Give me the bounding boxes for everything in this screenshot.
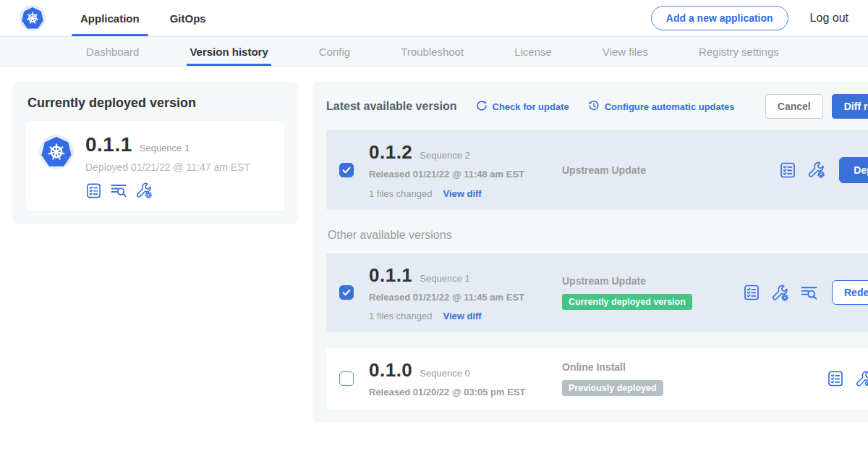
subnav-label: Version history bbox=[190, 46, 268, 58]
currently-deployed-title: Currently deployed version bbox=[27, 96, 284, 111]
other-versions-title: Other available versions bbox=[328, 229, 868, 242]
version-number: 0.1.1 bbox=[369, 264, 412, 287]
subnav-label: Dashboard bbox=[86, 46, 139, 58]
available-versions-header: Latest available version Check for updat… bbox=[326, 94, 868, 119]
source-label: Upstream Update bbox=[562, 164, 743, 176]
view-diff-link[interactable]: View diff bbox=[443, 188, 481, 199]
configure-automatic-updates-link[interactable]: Configure automatic updates bbox=[587, 99, 735, 114]
view-diff-link[interactable]: View diff bbox=[443, 311, 481, 321]
check-for-update-link[interactable]: Check for update bbox=[475, 99, 569, 114]
version-source: Upstream Update bbox=[562, 164, 743, 176]
source-label: Upstream Update bbox=[562, 275, 743, 287]
released-timestamp: Released 01/21/22 @ 11:48 am EST bbox=[369, 168, 527, 181]
version-number: 0.1.0 bbox=[369, 359, 412, 382]
app-sub-nav: Dashboard Version history Config Trouble… bbox=[0, 36, 868, 67]
redeploy-button[interactable]: Redeploy bbox=[832, 280, 868, 305]
preflight-checklist-icon[interactable] bbox=[743, 284, 760, 301]
subnav-item-version-history[interactable]: Version history bbox=[187, 37, 271, 66]
currently-deployed-panel: Currently deployed version bbox=[12, 82, 298, 224]
edit-config-icon[interactable] bbox=[771, 284, 789, 302]
check-for-update-label: Check for update bbox=[493, 101, 569, 112]
version-card-0-1-1: 0.1.1 Sequence 1 Released 01/21/22 @ 11:… bbox=[326, 253, 868, 333]
available-versions-panel: Latest available version Check for updat… bbox=[312, 82, 868, 422]
version-actions: Redeploy bbox=[743, 280, 868, 305]
version-sequence: Sequence 0 bbox=[420, 368, 469, 379]
tab-application-label: Application bbox=[80, 12, 140, 25]
subnav-label: License bbox=[514, 46, 552, 58]
tab-application[interactable]: Application bbox=[72, 0, 148, 36]
deployed-version-number: 0.1.1 bbox=[85, 133, 132, 156]
latest-available-title: Latest available version bbox=[326, 100, 457, 113]
subnav-label: View files bbox=[603, 46, 648, 58]
subnav-label: Registry settings bbox=[699, 46, 779, 58]
top-nav: Application GitOps Add a new application… bbox=[0, 0, 868, 36]
files-changed-label: 1 files changed bbox=[369, 311, 432, 321]
preflight-checklist-icon[interactable] bbox=[779, 161, 796, 179]
subnav-item-dashboard[interactable]: Dashboard bbox=[83, 37, 142, 66]
version-card-0-1-0: 0.1.0 Sequence 0 Released 01/20/22 @ 03:… bbox=[326, 348, 868, 410]
released-timestamp: Released 01/20/22 @ 03:05 pm EST bbox=[369, 386, 527, 399]
currently-deployed-badge: Currently deployed version bbox=[562, 294, 692, 310]
files-changed-label: 1 files changed bbox=[369, 188, 432, 199]
refresh-icon bbox=[475, 99, 488, 114]
release-notes-search-icon[interactable] bbox=[110, 182, 127, 199]
release-notes-search-icon[interactable] bbox=[800, 284, 818, 302]
subnav-item-troubleshoot[interactable]: Troubleshoot bbox=[398, 37, 467, 66]
subnav-label: Troubleshoot bbox=[401, 46, 464, 58]
edit-config-icon[interactable] bbox=[135, 182, 153, 199]
main-content: Currently deployed version bbox=[0, 67, 868, 422]
version-actions: Deploy bbox=[779, 157, 868, 183]
version-actions bbox=[827, 370, 868, 388]
preflight-checklist-icon[interactable] bbox=[85, 182, 102, 199]
kubernetes-logo-icon bbox=[20, 5, 46, 31]
deploy-button[interactable]: Deploy bbox=[839, 157, 868, 183]
logout-link[interactable]: Log out bbox=[810, 12, 848, 25]
subnav-item-config[interactable]: Config bbox=[316, 37, 353, 66]
version-source: Online Install Previously deployed bbox=[562, 361, 743, 396]
subnav-item-registry-settings[interactable]: Registry settings bbox=[696, 37, 782, 66]
subnav-item-license[interactable]: License bbox=[511, 37, 555, 66]
tab-gitops[interactable]: GitOps bbox=[161, 0, 215, 36]
deployed-version-details: 0.1.1 Sequence 1 Deployed 01/21/22 @ 11:… bbox=[85, 133, 250, 199]
version-checkbox[interactable] bbox=[339, 371, 354, 386]
cancel-button[interactable]: Cancel bbox=[765, 94, 823, 119]
deployed-sequence: Sequence 1 bbox=[140, 143, 190, 153]
version-checkbox[interactable] bbox=[339, 285, 354, 300]
subnav-label: Config bbox=[319, 46, 350, 58]
version-source: Upstream Update Currently deployed versi… bbox=[562, 275, 743, 310]
version-info: 0.1.1 Sequence 1 Released 01/21/22 @ 11:… bbox=[369, 264, 540, 322]
version-info: 0.1.2 Sequence 2 Released 01/21/22 @ 11:… bbox=[369, 141, 540, 199]
version-sequence: Sequence 2 bbox=[420, 150, 469, 161]
preflight-checklist-icon[interactable] bbox=[827, 370, 844, 387]
version-card-0-1-2: 0.1.2 Sequence 2 Released 01/21/22 @ 11:… bbox=[326, 130, 868, 210]
diff-releases-button[interactable]: Diff releases bbox=[832, 94, 868, 119]
schedule-update-icon bbox=[587, 99, 600, 114]
kots-admin-console: Application GitOps Add a new application… bbox=[0, 0, 868, 459]
subnav-item-view-files[interactable]: View files bbox=[600, 37, 651, 66]
version-info: 0.1.0 Sequence 0 Released 01/20/22 @ 03:… bbox=[369, 359, 540, 399]
version-number: 0.1.2 bbox=[369, 141, 412, 164]
source-label: Online Install bbox=[562, 361, 743, 373]
released-timestamp: Released 01/21/22 @ 11:45 am EST bbox=[369, 291, 527, 304]
view-config-icon[interactable] bbox=[855, 370, 868, 388]
version-sequence: Sequence 1 bbox=[420, 273, 469, 284]
previously-deployed-badge: Previously deployed bbox=[562, 380, 663, 396]
app-kubernetes-icon bbox=[39, 135, 74, 169]
top-nav-right: Add a new application Log out bbox=[651, 6, 848, 30]
configure-automatic-updates-label: Configure automatic updates bbox=[605, 101, 735, 112]
add-new-application-button[interactable]: Add a new application bbox=[651, 6, 788, 30]
edit-config-icon[interactable] bbox=[807, 161, 825, 179]
version-checkbox[interactable] bbox=[339, 163, 354, 177]
deployed-timestamp: Deployed 01/21/22 @ 11:47 am EST bbox=[85, 161, 250, 173]
deployed-version-card: 0.1.1 Sequence 1 Deployed 01/21/22 @ 11:… bbox=[26, 121, 284, 211]
tab-gitops-label: GitOps bbox=[170, 12, 206, 25]
